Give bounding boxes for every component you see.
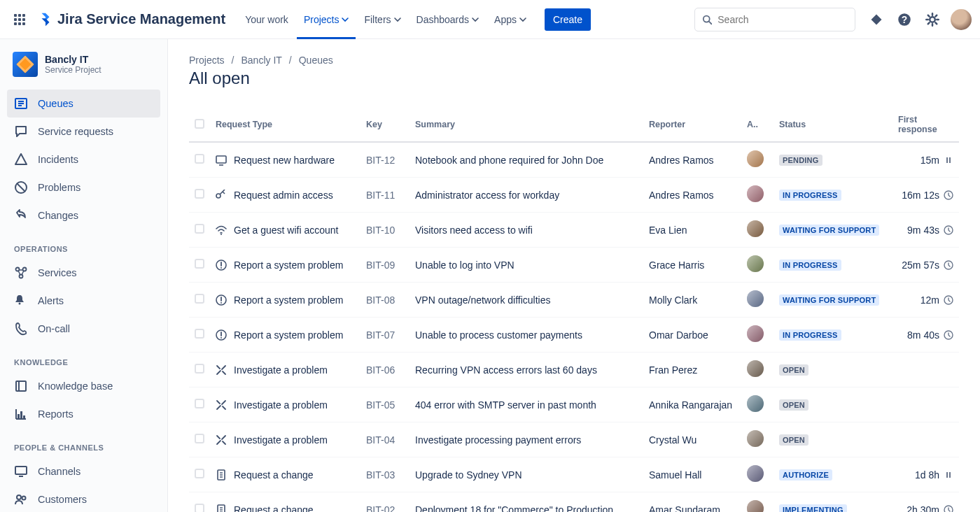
table-row[interactable]: Request new hardware BIT-12 Notebook and… xyxy=(189,142,959,178)
th-first-response[interactable]: First response xyxy=(892,108,959,142)
status-badge[interactable]: AUTHORIZE xyxy=(779,469,832,481)
row-checkbox[interactable] xyxy=(195,504,204,512)
sidebar: Bancly IT Service Project QueuesService … xyxy=(0,39,168,512)
sidebar-item-customers[interactable]: Customers xyxy=(7,485,160,512)
assignee-avatar[interactable] xyxy=(747,290,764,307)
issue-key-link[interactable]: BIT-02 xyxy=(366,504,395,513)
assignee-avatar[interactable] xyxy=(747,220,764,237)
chevron-down-icon xyxy=(519,16,526,23)
settings-button[interactable] xyxy=(923,10,942,29)
sidebar-item-incidents[interactable]: Incidents xyxy=(7,145,160,173)
notifications-button[interactable] xyxy=(867,10,886,29)
nav-dashboards[interactable]: Dashboards xyxy=(410,0,486,39)
sidebar-item-knowledge-base[interactable]: Knowledge base xyxy=(7,372,160,400)
row-checkbox[interactable] xyxy=(195,154,204,164)
status-badge[interactable]: IN PROGRESS xyxy=(779,190,841,201)
table-row[interactable]: Report a system problem BIT-09 Unable to… xyxy=(189,248,959,283)
assignee-avatar[interactable] xyxy=(747,360,764,377)
assignee-avatar[interactable] xyxy=(747,430,764,447)
table-row[interactable]: Request a change BIT-02 Deployment 18 fo… xyxy=(189,492,959,513)
crumb-projects[interactable]: Projects xyxy=(189,55,225,66)
row-checkbox[interactable] xyxy=(195,294,204,304)
assignee-avatar[interactable] xyxy=(747,255,764,272)
row-checkbox[interactable] xyxy=(195,259,204,269)
brand[interactable]: Jira Service Management xyxy=(34,11,230,27)
status-badge[interactable]: OPEN xyxy=(779,434,808,446)
table-row[interactable]: Get a guest wifi account BIT-10 Visitors… xyxy=(189,213,959,248)
sidebar-item-services[interactable]: Services xyxy=(7,259,160,287)
issue-key-link[interactable]: BIT-09 xyxy=(366,259,395,271)
row-checkbox[interactable] xyxy=(195,189,204,199)
sidebar-item-on-call[interactable]: On-call xyxy=(7,315,160,343)
status-badge[interactable]: OPEN xyxy=(779,399,808,411)
crumb-project[interactable]: Bancly IT xyxy=(241,55,281,66)
crumb-section[interactable]: Queues xyxy=(299,55,333,66)
app-switcher-button[interactable] xyxy=(8,8,31,31)
assignee-avatar[interactable] xyxy=(747,465,764,482)
th-key[interactable]: Key xyxy=(360,108,410,142)
issue-key-link[interactable]: BIT-10 xyxy=(366,225,395,236)
project-header[interactable]: Bancly IT Service Project xyxy=(7,52,160,90)
issue-key-link[interactable]: BIT-03 xyxy=(366,469,395,481)
help-button[interactable] xyxy=(895,10,914,29)
status-badge[interactable]: OPEN xyxy=(779,364,808,376)
nav-projects[interactable]: Projects xyxy=(297,0,356,39)
issue-key-link[interactable]: BIT-06 xyxy=(366,364,395,376)
row-checkbox[interactable] xyxy=(195,399,204,408)
status-badge[interactable]: IN PROGRESS xyxy=(779,329,841,341)
status-badge[interactable]: IN PROGRESS xyxy=(779,259,841,271)
th-status[interactable]: Status xyxy=(774,108,892,142)
assignee-avatar[interactable] xyxy=(747,500,764,512)
assignee-avatar[interactable] xyxy=(747,185,764,202)
table-row[interactable]: Investigate a problem BIT-06 Recurring V… xyxy=(189,353,959,387)
row-checkbox[interactable] xyxy=(195,224,204,234)
issue-key-link[interactable]: BIT-12 xyxy=(366,155,395,166)
issue-key-link[interactable]: BIT-04 xyxy=(366,434,395,446)
assignee-avatar[interactable] xyxy=(747,325,764,342)
table-row[interactable]: Report a system problem BIT-08 VPN outag… xyxy=(189,283,959,318)
issue-key-link[interactable]: BIT-11 xyxy=(366,190,395,201)
assignee-avatar[interactable] xyxy=(747,395,764,412)
search-input[interactable] xyxy=(718,14,848,25)
status-badge[interactable]: WAITING FOR SUPPORT xyxy=(779,294,879,306)
row-checkbox[interactable] xyxy=(195,364,204,374)
issue-key-link[interactable]: BIT-07 xyxy=(366,329,395,341)
tools-icon xyxy=(216,399,227,411)
sidebar-item-service-requests[interactable]: Service requests xyxy=(7,118,160,145)
search-box[interactable] xyxy=(694,8,855,31)
sidebar-item-reports[interactable]: Reports xyxy=(7,400,160,428)
nav-filters[interactable]: Filters xyxy=(357,0,407,39)
status-badge[interactable]: PENDING xyxy=(779,155,822,166)
request-type-label: Request admin access xyxy=(234,190,333,201)
status-badge[interactable]: IMPLEMENTING xyxy=(779,504,847,512)
th-request-type[interactable]: Request Type xyxy=(210,108,360,142)
issue-key-link[interactable]: BIT-05 xyxy=(366,399,395,411)
th-reporter[interactable]: Reporter xyxy=(643,108,741,142)
th-assignee[interactable]: A.. xyxy=(741,108,774,142)
sidebar-item-queues[interactable]: Queues xyxy=(7,90,160,118)
sidebar-item-changes[interactable]: Changes xyxy=(7,201,160,229)
summary-text: Unable to log into VPN xyxy=(415,259,514,271)
nav-label: Your work xyxy=(245,14,288,25)
issue-key-link[interactable]: BIT-08 xyxy=(366,294,395,306)
status-badge[interactable]: WAITING FOR SUPPORT xyxy=(779,225,879,236)
create-button[interactable]: Create xyxy=(545,8,591,31)
table-row[interactable]: Request a change BIT-03 Upgrade to Sydne… xyxy=(189,457,959,492)
assignee-avatar[interactable] xyxy=(747,150,764,167)
nav-your-work[interactable]: Your work xyxy=(238,0,295,39)
reporter-name: Crystal Wu xyxy=(649,434,696,446)
row-checkbox[interactable] xyxy=(195,329,204,339)
th-summary[interactable]: Summary xyxy=(410,108,643,142)
table-row[interactable]: Request admin access BIT-11 Administrato… xyxy=(189,178,959,213)
nav-apps[interactable]: Apps xyxy=(487,0,533,39)
table-row[interactable]: Report a system problem BIT-07 Unable to… xyxy=(189,318,959,353)
sidebar-item-channels[interactable]: Channels xyxy=(7,457,160,485)
table-row[interactable]: Investigate a problem BIT-05 404 error w… xyxy=(189,387,959,422)
table-row[interactable]: Investigate a problem BIT-04 Investigate… xyxy=(189,422,959,457)
sidebar-item-problems[interactable]: Problems xyxy=(7,173,160,201)
sidebar-item-alerts[interactable]: Alerts xyxy=(7,287,160,315)
select-all-checkbox[interactable] xyxy=(195,119,204,129)
row-checkbox[interactable] xyxy=(195,469,204,478)
profile-avatar[interactable] xyxy=(951,9,972,30)
row-checkbox[interactable] xyxy=(195,434,204,443)
